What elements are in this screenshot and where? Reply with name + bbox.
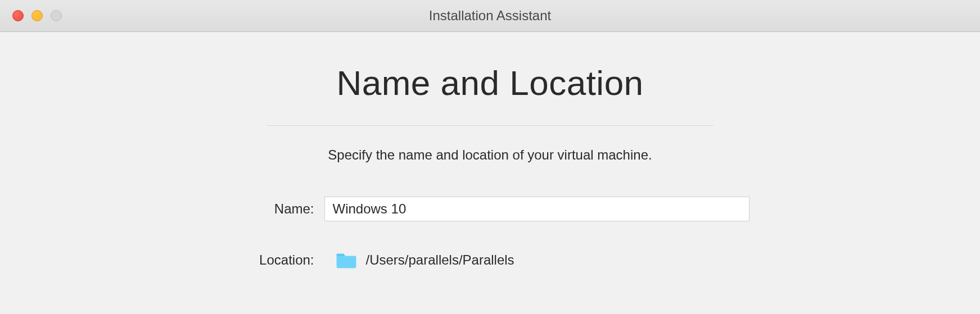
content-area: Name and Location Specify the name and l… [0, 32, 980, 269]
folder-icon[interactable] [336, 252, 357, 269]
name-input[interactable] [324, 197, 749, 221]
name-row: Name: [251, 197, 814, 221]
page-heading: Name and Location [336, 63, 643, 103]
divider [267, 125, 713, 126]
close-button[interactable] [12, 10, 24, 21]
location-path: /Users/parallels/Parallels [366, 252, 514, 268]
location-row: Location: /Users/parallels/Parallels [251, 252, 814, 269]
zoom-button [51, 10, 62, 21]
window-title: Installation Assistant [429, 8, 551, 24]
location-label: Location: [251, 252, 324, 268]
page-subtitle: Specify the name and location of your vi… [328, 147, 652, 163]
window-titlebar: Installation Assistant [0, 0, 980, 32]
minimize-button[interactable] [31, 10, 43, 21]
name-label: Name: [251, 201, 324, 217]
traffic-lights [0, 10, 62, 21]
form-area: Name: Location: /Users/parallels/Paralle… [251, 197, 814, 269]
